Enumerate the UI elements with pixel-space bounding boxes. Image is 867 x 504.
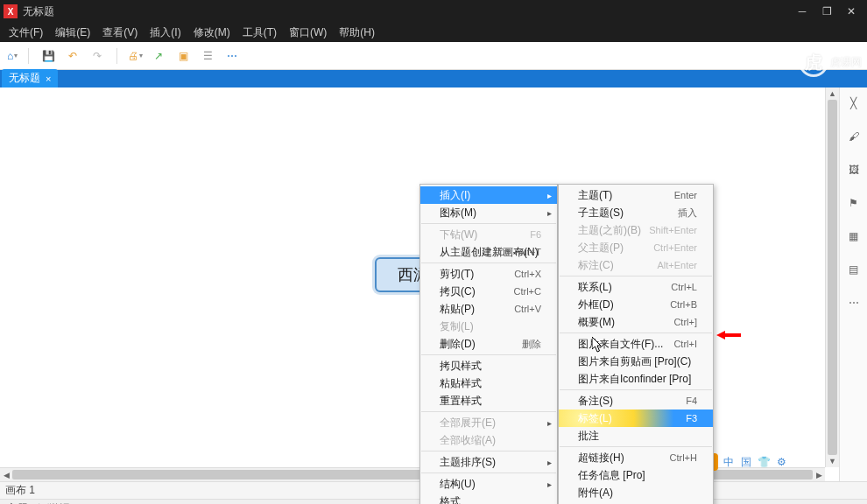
- maximize-button[interactable]: ❐: [814, 4, 839, 19]
- menu-item[interactable]: 图片来自剪贴画 [Pro](C): [559, 353, 713, 370]
- menu-item[interactable]: 联系(L)Ctrl+L: [559, 278, 713, 296]
- menu-item-label: 图片来自剪贴画 [Pro](C): [578, 354, 691, 369]
- home-button[interactable]: ⌂▾: [7, 50, 18, 62]
- menu-item[interactable]: 拷贝(C)Ctrl+C: [420, 283, 557, 300]
- close-button[interactable]: ✕: [839, 4, 863, 19]
- menu-item[interactable]: 备注(S)F4: [559, 392, 713, 410]
- submenu-arrow-icon: ▸: [547, 418, 552, 428]
- menu-item[interactable]: 粘贴(P)Ctrl+V: [420, 300, 557, 318]
- menu-item[interactable]: 查看(V): [97, 24, 143, 42]
- document-tab[interactable]: 无标题 ×: [2, 69, 58, 88]
- menu-item[interactable]: 剪切(T)Ctrl+X: [420, 265, 557, 283]
- menu-item: 下钻(W)F6: [420, 226, 557, 243]
- context-menu: 插入(I)▸图标(M)▸下钻(W)F6从主题创建新画布(N)Ctrl+Alt+T…: [419, 184, 558, 504]
- sheet-label[interactable]: 画布 1: [5, 483, 35, 498]
- menu-item[interactable]: 图片来自Iconfinder [Pro]: [559, 370, 713, 388]
- menu-item[interactable]: 任务信息 [Pro]: [559, 466, 713, 484]
- menu-item[interactable]: 插入(I)▸: [420, 186, 557, 204]
- menu-item[interactable]: 子主题(S)插入: [559, 204, 713, 221]
- menubar: 文件(F)编辑(E)查看(V)插入(I)修改(M)工具(T)窗口(W)帮助(H): [0, 23, 867, 42]
- menu-item[interactable]: 重置样式: [420, 392, 557, 410]
- menu-item[interactable]: 帮助(H): [334, 24, 380, 42]
- menu-shortcut: F4: [686, 396, 697, 406]
- watermark-logo-icon: 虎: [799, 47, 828, 77]
- red-arrow-annotation: [716, 331, 741, 340]
- menu-item-label: 主题(之前)(B): [578, 223, 641, 238]
- style-icon[interactable]: 🖌: [845, 128, 863, 145]
- menu-shortcut: Ctrl+Enter: [653, 242, 697, 253]
- undo-button[interactable]: ↶: [64, 47, 81, 65]
- menu-item[interactable]: 工具(T): [237, 24, 282, 42]
- print-button[interactable]: 🖨▾: [128, 50, 143, 62]
- scroll-down-icon[interactable]: ▼: [826, 455, 839, 467]
- insert-submenu: 主题(T)Enter子主题(S)插入主题(之前)(B)Shift+Enter父主…: [558, 184, 714, 504]
- flag-icon[interactable]: ⚑: [845, 194, 863, 212]
- menu-shortcut: F3: [686, 413, 697, 424]
- menu-item[interactable]: 主题(T)Enter: [559, 186, 713, 204]
- menu-item[interactable]: 编辑(E): [50, 24, 95, 42]
- tab-label: 无标题: [9, 71, 40, 86]
- menu-item-label: 批注: [578, 429, 599, 444]
- menu-item[interactable]: 格式: [420, 493, 557, 504]
- menu-shortcut: Ctrl+I: [673, 339, 697, 349]
- menu-item[interactable]: 图标(M)▸: [420, 204, 557, 221]
- comments-icon[interactable]: ⋯: [845, 294, 863, 312]
- ime-lang-icon[interactable]: 中: [722, 455, 736, 469]
- vertical-scrollbar[interactable]: ▲ ▼: [825, 88, 839, 467]
- scroll-up-icon[interactable]: ▲: [826, 88, 839, 100]
- menu-item[interactable]: 插入(I): [144, 24, 186, 42]
- save-button[interactable]: 💾: [39, 47, 57, 65]
- image-icon[interactable]: 🖼: [845, 161, 863, 178]
- task-icon[interactable]: ▦: [845, 228, 863, 245]
- titlebar: X 无标题 ─ ❐ ✕: [0, 0, 867, 23]
- menu-item[interactable]: 附件(A): [559, 484, 713, 501]
- menu-item[interactable]: 从主题创建新画布(N)Ctrl+Alt+T: [420, 243, 557, 261]
- menu-item-label: 备注(S): [578, 394, 613, 409]
- submenu-arrow-icon: ▸: [547, 208, 552, 218]
- ime-settings-icon[interactable]: ⚙: [774, 455, 788, 469]
- menu-shortcut: Enter: [674, 190, 697, 200]
- menu-item[interactable]: 超链接(H)Ctrl+H: [559, 449, 713, 466]
- menu-item[interactable]: 批注: [559, 427, 713, 444]
- menu-item-label: 联系(L): [578, 280, 612, 295]
- watermark-text: 虎课网: [830, 55, 862, 70]
- notes-icon[interactable]: ▤: [845, 261, 863, 278]
- menu-item[interactable]: 图片来自文件(F)...Ctrl+I: [559, 335, 713, 353]
- menu-shortcut: Ctrl+H: [670, 452, 697, 463]
- menu-item-label: 图片来自Iconfinder [Pro]: [578, 372, 691, 387]
- menu-item-label: 标注(C): [578, 258, 614, 273]
- menu-item[interactable]: 结构(U)▸: [420, 475, 557, 493]
- menu-item[interactable]: 删除(D)删除: [420, 335, 557, 353]
- vscroll-thumb[interactable]: [828, 100, 837, 455]
- menu-item[interactable]: 概要(M)Ctrl+]: [559, 313, 713, 331]
- menu-shortcut: F6: [530, 229, 541, 240]
- menu-item[interactable]: 粘贴样式: [420, 374, 557, 392]
- ime-widget: S 中 国 👕 ⚙: [701, 453, 788, 471]
- menu-item[interactable]: 拷贝样式: [420, 357, 557, 374]
- menu-item-label: 全部收缩(A): [440, 433, 496, 448]
- menu-item[interactable]: 修改(M): [188, 24, 236, 42]
- menu-item-label: 概要(M): [578, 315, 615, 330]
- format-icon[interactable]: ╳: [845, 94, 863, 112]
- menu-item: 复制(L): [420, 318, 557, 335]
- app-icon: X: [4, 4, 18, 18]
- export-button[interactable]: ▣: [174, 47, 192, 65]
- ime-region-icon[interactable]: 国: [739, 455, 753, 469]
- menu-shortcut: Ctrl+L: [671, 282, 697, 292]
- tab-close-icon[interactable]: ×: [46, 74, 51, 84]
- gantt-button[interactable]: ☰: [199, 47, 216, 65]
- scroll-right-icon[interactable]: ▶: [813, 468, 825, 481]
- ime-skin-icon[interactable]: 👕: [757, 455, 771, 469]
- redo-button[interactable]: ↷: [88, 47, 106, 65]
- menu-item[interactable]: 主题排序(S)▸: [420, 453, 557, 471]
- more-button[interactable]: ⋯: [223, 47, 241, 65]
- minimize-button[interactable]: ─: [790, 4, 814, 19]
- menu-item: 全部展开(E)▸: [420, 414, 557, 431]
- menu-item[interactable]: 文件(F): [4, 24, 48, 42]
- menu-item[interactable]: 标签(L)F3: [559, 410, 713, 427]
- menu-item[interactable]: 外框(D)Ctrl+B: [559, 296, 713, 313]
- share-button[interactable]: ↗: [150, 47, 167, 65]
- menu-item[interactable]: 窗口(W): [284, 24, 332, 42]
- menu-item: 全部收缩(A): [420, 431, 557, 449]
- scroll-left-icon[interactable]: ◀: [0, 468, 12, 481]
